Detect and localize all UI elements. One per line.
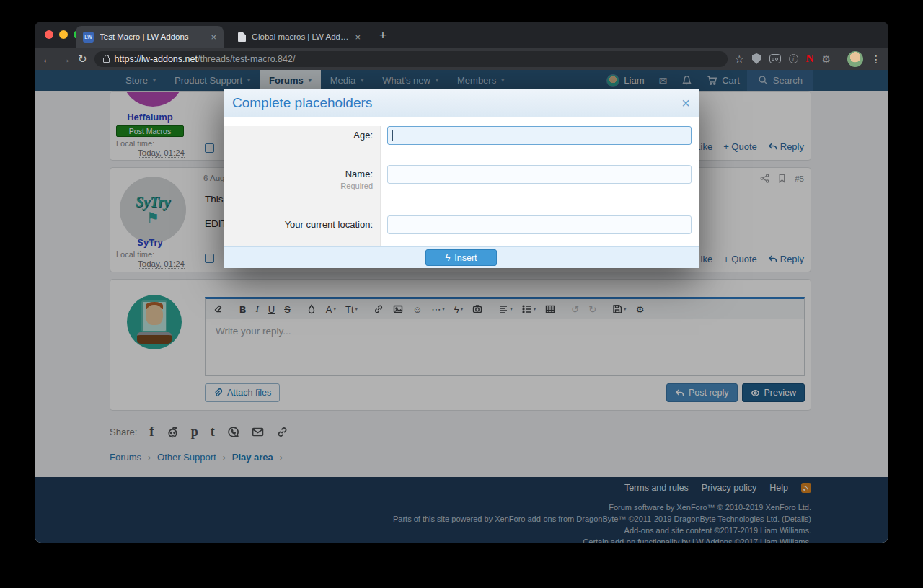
modal-form: Age: Name: Required Your current locatio… <box>224 126 699 246</box>
close-tab-icon[interactable]: × <box>211 32 216 43</box>
macros-lightning-icon: ϟ <box>445 252 450 263</box>
page-icon <box>238 32 246 42</box>
text-cursor <box>392 130 393 141</box>
modal-footer: ϟ Insert <box>224 246 699 268</box>
lw-addons-favicon: LW <box>83 32 94 43</box>
name-input[interactable] <box>387 165 692 184</box>
new-tab-button[interactable]: + <box>379 29 387 41</box>
name-field-label: Name: Required <box>224 165 381 190</box>
location-field-label: Your current location: <box>224 215 381 234</box>
tab-title: Test Macro | LW Addons <box>100 32 205 41</box>
close-tab-icon[interactable]: × <box>355 32 361 43</box>
browser-profile-avatar[interactable] <box>847 51 863 67</box>
tab-test-macro[interactable]: LW Test Macro | LW Addons × <box>76 26 224 48</box>
complete-placeholders-modal: Complete placeholders × Age: Name: Requi… <box>224 89 699 268</box>
age-input[interactable] <box>387 126 692 145</box>
info-extension-icon[interactable]: i <box>789 54 798 63</box>
modal-title: Complete placeholders <box>232 95 681 111</box>
tab-strip: LW Test Macro | LW Addons × Global macro… <box>35 22 888 48</box>
close-modal-icon[interactable]: × <box>681 96 690 110</box>
required-note: Required <box>224 182 373 190</box>
browser-menu-icon[interactable]: ⋮ <box>871 53 881 65</box>
back-icon[interactable]: ← <box>42 53 53 65</box>
toolbar-extensions: ☆ i N ⚙ ⋮ <box>735 51 881 67</box>
netflix-extension-icon[interactable]: N <box>806 53 814 65</box>
settings-extension-icon[interactable]: ⚙ <box>821 53 831 65</box>
forward-icon[interactable]: → <box>60 53 71 65</box>
url-path: /threads/test-macro.842/ <box>198 54 295 64</box>
tab-title: Global macros | LW Addons - A <box>252 32 349 41</box>
close-window-button[interactable] <box>45 30 53 39</box>
minimize-window-button[interactable] <box>59 30 68 39</box>
url-host: https://lw-addons.net <box>115 54 198 64</box>
page-viewport: Store▾ Product Support▾ Forums▾ Media▾ W… <box>35 70 888 543</box>
reload-icon[interactable]: ↻ <box>78 53 87 66</box>
adblock-extension-icon[interactable] <box>752 53 761 64</box>
toolbar-divider <box>839 53 839 65</box>
browser-window: LW Test Macro | LW Addons × Global macro… <box>35 22 888 543</box>
location-input[interactable] <box>387 215 692 234</box>
modal-header: Complete placeholders × <box>224 89 699 117</box>
goggles-extension-icon[interactable] <box>769 54 781 63</box>
age-field-label: Age: <box>224 126 381 145</box>
address-bar[interactable]: https://lw-addons.net/threads/test-macro… <box>94 51 728 67</box>
browser-toolbar: ← → ↻ https://lw-addons.net/threads/test… <box>35 48 888 70</box>
secure-lock-icon[interactable] <box>103 58 110 63</box>
tab-global-macros[interactable]: Global macros | LW Addons - A × <box>231 26 368 48</box>
bookmark-star-icon[interactable]: ☆ <box>735 53 744 65</box>
insert-button[interactable]: ϟ Insert <box>425 249 497 266</box>
